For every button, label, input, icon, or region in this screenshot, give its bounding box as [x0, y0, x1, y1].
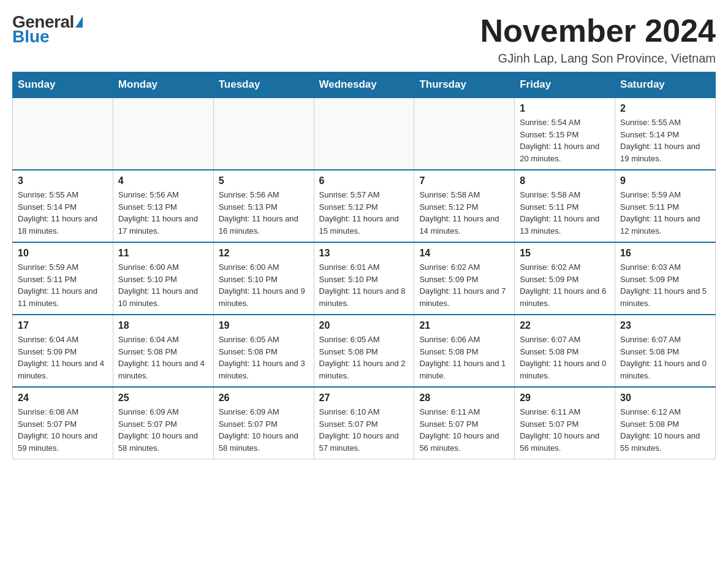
calendar-cell: 2Sunrise: 5:55 AMSunset: 5:14 PMDaylight…: [615, 98, 716, 170]
calendar-cell: 30Sunrise: 6:12 AMSunset: 5:08 PMDayligh…: [615, 387, 716, 459]
calendar-cell: 17Sunrise: 6:04 AMSunset: 5:09 PMDayligh…: [13, 315, 113, 387]
day-number: 2: [620, 103, 710, 114]
day-info: Sunrise: 6:00 AMSunset: 5:10 PMDaylight:…: [118, 261, 208, 309]
day-number: 23: [620, 320, 710, 331]
logo-triangle-icon: [75, 17, 83, 28]
calendar-cell: 28Sunrise: 6:11 AMSunset: 5:07 PMDayligh…: [414, 387, 515, 459]
calendar-cell: 16Sunrise: 6:03 AMSunset: 5:09 PMDayligh…: [615, 242, 716, 315]
day-number: 1: [520, 103, 610, 114]
header-wednesday: Wednesday: [314, 72, 414, 98]
logo: General Blue: [12, 12, 83, 47]
day-info: Sunrise: 6:05 AMSunset: 5:08 PMDaylight:…: [319, 334, 409, 381]
day-number: 17: [18, 320, 108, 331]
calendar-cell: 11Sunrise: 6:00 AMSunset: 5:10 PMDayligh…: [113, 242, 213, 315]
calendar-cell: [13, 98, 113, 170]
week-row-1: 1Sunrise: 5:54 AMSunset: 5:15 PMDaylight…: [13, 98, 716, 170]
day-number: 30: [620, 393, 710, 404]
calendar-cell: 9Sunrise: 5:59 AMSunset: 5:11 PMDaylight…: [615, 170, 716, 242]
day-number: 26: [219, 393, 309, 404]
calendar-cell: 29Sunrise: 6:11 AMSunset: 5:07 PMDayligh…: [515, 387, 615, 459]
day-number: 4: [118, 175, 208, 186]
title-section: November 2024 GJinh Lap, Lang Son Provin…: [480, 12, 716, 66]
calendar-cell: 7Sunrise: 5:58 AMSunset: 5:12 PMDaylight…: [414, 170, 515, 242]
day-info: Sunrise: 6:10 AMSunset: 5:07 PMDaylight:…: [319, 406, 409, 454]
day-info: Sunrise: 6:00 AMSunset: 5:10 PMDaylight:…: [219, 261, 309, 309]
day-number: 5: [219, 175, 309, 186]
calendar-cell: 27Sunrise: 6:10 AMSunset: 5:07 PMDayligh…: [314, 387, 414, 459]
week-row-2: 3Sunrise: 5:55 AMSunset: 5:14 PMDaylight…: [13, 170, 716, 242]
day-number: 8: [520, 175, 610, 186]
day-info: Sunrise: 6:11 AMSunset: 5:07 PMDaylight:…: [419, 406, 509, 454]
day-number: 3: [18, 175, 108, 186]
day-info: Sunrise: 6:11 AMSunset: 5:07 PMDaylight:…: [520, 406, 610, 454]
day-info: Sunrise: 6:12 AMSunset: 5:08 PMDaylight:…: [620, 406, 710, 454]
day-info: Sunrise: 5:55 AMSunset: 5:14 PMDaylight:…: [620, 117, 710, 164]
header-saturday: Saturday: [615, 72, 716, 98]
calendar-cell: [314, 98, 414, 170]
calendar-cell: 19Sunrise: 6:05 AMSunset: 5:08 PMDayligh…: [213, 315, 314, 387]
calendar-cell: 20Sunrise: 6:05 AMSunset: 5:08 PMDayligh…: [314, 315, 414, 387]
calendar-header-row: SundayMondayTuesdayWednesdayThursdayFrid…: [13, 72, 716, 98]
day-number: 9: [620, 175, 710, 186]
day-number: 25: [118, 393, 208, 404]
day-number: 12: [219, 248, 309, 259]
day-info: Sunrise: 6:04 AMSunset: 5:08 PMDaylight:…: [118, 334, 208, 381]
day-info: Sunrise: 5:55 AMSunset: 5:14 PMDaylight:…: [18, 189, 108, 237]
day-info: Sunrise: 5:58 AMSunset: 5:11 PMDaylight:…: [520, 189, 610, 237]
week-row-5: 24Sunrise: 6:08 AMSunset: 5:07 PMDayligh…: [13, 387, 716, 459]
calendar-cell: 18Sunrise: 6:04 AMSunset: 5:08 PMDayligh…: [113, 315, 213, 387]
location-subtitle: GJinh Lap, Lang Son Province, Vietnam: [480, 52, 716, 66]
day-number: 29: [520, 393, 610, 404]
calendar-cell: 12Sunrise: 6:00 AMSunset: 5:10 PMDayligh…: [213, 242, 314, 315]
day-info: Sunrise: 5:58 AMSunset: 5:12 PMDaylight:…: [419, 189, 509, 237]
day-number: 13: [319, 248, 409, 259]
day-info: Sunrise: 6:08 AMSunset: 5:07 PMDaylight:…: [18, 406, 108, 454]
calendar-cell: 14Sunrise: 6:02 AMSunset: 5:09 PMDayligh…: [414, 242, 515, 315]
day-info: Sunrise: 6:04 AMSunset: 5:09 PMDaylight:…: [18, 334, 108, 381]
header-thursday: Thursday: [414, 72, 515, 98]
calendar-cell: 13Sunrise: 6:01 AMSunset: 5:10 PMDayligh…: [314, 242, 414, 315]
day-info: Sunrise: 6:03 AMSunset: 5:09 PMDaylight:…: [620, 261, 710, 309]
week-row-3: 10Sunrise: 5:59 AMSunset: 5:11 PMDayligh…: [13, 242, 716, 315]
calendar-cell: 22Sunrise: 6:07 AMSunset: 5:08 PMDayligh…: [515, 315, 615, 387]
day-number: 20: [319, 320, 409, 331]
calendar-cell: 3Sunrise: 5:55 AMSunset: 5:14 PMDaylight…: [13, 170, 113, 242]
week-row-4: 17Sunrise: 6:04 AMSunset: 5:09 PMDayligh…: [13, 315, 716, 387]
day-info: Sunrise: 6:07 AMSunset: 5:08 PMDaylight:…: [620, 334, 710, 381]
day-info: Sunrise: 5:56 AMSunset: 5:13 PMDaylight:…: [219, 189, 309, 237]
day-info: Sunrise: 5:59 AMSunset: 5:11 PMDaylight:…: [18, 261, 108, 309]
day-info: Sunrise: 5:59 AMSunset: 5:11 PMDaylight:…: [620, 189, 710, 237]
day-number: 10: [18, 248, 108, 259]
day-info: Sunrise: 5:54 AMSunset: 5:15 PMDaylight:…: [520, 117, 610, 164]
calendar-cell: 21Sunrise: 6:06 AMSunset: 5:08 PMDayligh…: [414, 315, 515, 387]
calendar-cell: [113, 98, 213, 170]
day-number: 11: [118, 248, 208, 259]
header-sunday: Sunday: [13, 72, 113, 98]
day-number: 15: [520, 248, 610, 259]
calendar-cell: 4Sunrise: 5:56 AMSunset: 5:13 PMDaylight…: [113, 170, 213, 242]
day-number: 6: [319, 175, 409, 186]
calendar-cell: [414, 98, 515, 170]
day-info: Sunrise: 6:09 AMSunset: 5:07 PMDaylight:…: [118, 406, 208, 454]
day-info: Sunrise: 6:02 AMSunset: 5:09 PMDaylight:…: [419, 261, 509, 309]
header-tuesday: Tuesday: [213, 72, 314, 98]
calendar-cell: 6Sunrise: 5:57 AMSunset: 5:12 PMDaylight…: [314, 170, 414, 242]
calendar-cell: 10Sunrise: 5:59 AMSunset: 5:11 PMDayligh…: [13, 242, 113, 315]
day-info: Sunrise: 6:01 AMSunset: 5:10 PMDaylight:…: [319, 261, 409, 309]
day-info: Sunrise: 6:09 AMSunset: 5:07 PMDaylight:…: [219, 406, 309, 454]
calendar-cell: 26Sunrise: 6:09 AMSunset: 5:07 PMDayligh…: [213, 387, 314, 459]
page-header: General Blue November 2024 GJinh Lap, La…: [12, 12, 716, 66]
day-number: 18: [118, 320, 208, 331]
day-number: 22: [520, 320, 610, 331]
calendar-table: SundayMondayTuesdayWednesdayThursdayFrid…: [12, 72, 716, 459]
calendar-cell: [213, 98, 314, 170]
calendar-cell: 8Sunrise: 5:58 AMSunset: 5:11 PMDaylight…: [515, 170, 615, 242]
day-info: Sunrise: 6:06 AMSunset: 5:08 PMDaylight:…: [419, 334, 509, 381]
calendar-cell: 15Sunrise: 6:02 AMSunset: 5:09 PMDayligh…: [515, 242, 615, 315]
header-friday: Friday: [515, 72, 615, 98]
calendar-cell: 1Sunrise: 5:54 AMSunset: 5:15 PMDaylight…: [515, 98, 615, 170]
day-number: 28: [419, 393, 509, 404]
calendar-cell: 5Sunrise: 5:56 AMSunset: 5:13 PMDaylight…: [213, 170, 314, 242]
month-year-title: November 2024: [480, 12, 716, 49]
day-info: Sunrise: 6:05 AMSunset: 5:08 PMDaylight:…: [219, 334, 309, 381]
